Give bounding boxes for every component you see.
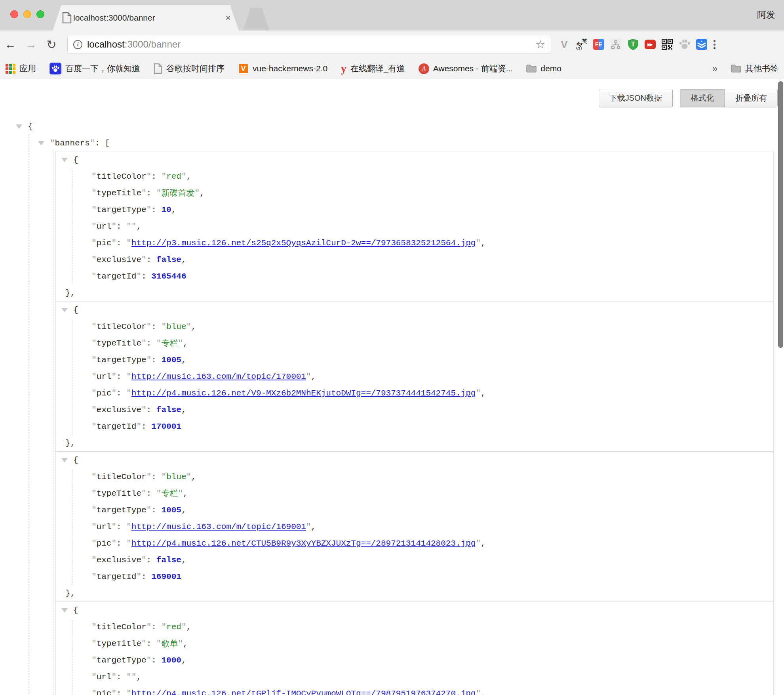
bookmark-folder-others[interactable]: 其他书签: [731, 63, 778, 74]
json-link-value[interactable]: http://p4.music.126.net/CTU5B9R9y3XyYBZX…: [131, 539, 476, 548]
json-field-row: "typeTitle": "歌单",: [56, 635, 773, 652]
json-field-row: "exclusive": false,: [56, 401, 773, 418]
json-array-item-box: {"titleColor": "blue","typeTitle": "专栏",…: [55, 301, 774, 452]
json-array-item-box: {"titleColor": "red","typeTitle": "新碟首发"…: [55, 151, 774, 302]
json-link-value[interactable]: http://music.163.com/m/topic/170001: [131, 372, 306, 381]
bookmark-google-sort[interactable]: 谷歌按时间排序: [154, 63, 225, 74]
bookmark-label: 百度一下，你就知道: [65, 63, 140, 74]
bookmark-label: 在线翻译_有道: [350, 63, 405, 74]
apps-grid-icon: [6, 64, 15, 74]
json-field-row: "titleColor": "red",: [56, 619, 773, 635]
json-string-value: 专栏: [161, 338, 178, 349]
close-window-button[interactable]: [10, 10, 18, 18]
json-object-close-row: },: [56, 284, 773, 301]
bookmark-awesomes[interactable]: A Awesomes - 前端资...: [419, 63, 513, 74]
json-object-open-row: {: [56, 151, 773, 168]
minimize-window-button[interactable]: [23, 10, 31, 18]
json-object-open-row: {: [56, 452, 773, 468]
json-link-value[interactable]: http://music.163.com/m/topic/169001: [131, 522, 306, 531]
bookmark-label: demo: [540, 64, 561, 73]
folder-icon: [731, 65, 741, 73]
view-mode-group: 格式化 折叠所有: [680, 89, 778, 107]
profile-name[interactable]: 阿发: [757, 9, 775, 21]
json-number-value: 1000: [161, 656, 181, 665]
extensions-row: V ⇄英en FE T ▶▶: [558, 38, 707, 50]
expand-triangle-icon[interactable]: [38, 141, 44, 145]
bookmark-folder-demo[interactable]: demo: [526, 64, 561, 73]
json-number-value: 170001: [151, 422, 181, 431]
zoom-window-button[interactable]: [36, 10, 44, 18]
bookmarks-overflow-chevron-icon[interactable]: »: [712, 63, 717, 74]
vue-v-icon: V: [238, 63, 249, 74]
folder-icon: [526, 65, 537, 73]
json-tree: {"banners": [{"titleColor": "red","typeT…: [0, 118, 784, 695]
sitemap-extension-icon[interactable]: [610, 38, 622, 50]
forward-button[interactable]: →: [21, 38, 41, 51]
tab-close-icon[interactable]: ×: [225, 13, 231, 23]
json-field-row: "pic": "http://p3.music.126.net/s25q2x5Q…: [56, 235, 773, 251]
json-string-value: blue: [166, 322, 186, 331]
video-speed-icon[interactable]: ▶▶: [645, 40, 656, 49]
address-bar[interactable]: i localhost:3000/banner ☆: [67, 35, 551, 54]
json-link-value[interactable]: http://p3.music.126.net/s25q2x5QyqsAzilC…: [131, 239, 476, 248]
json-field-row: "url": "http://music.163.com/m/topic/170…: [56, 368, 773, 385]
expand-triangle-icon[interactable]: [61, 308, 68, 312]
json-field-row: "typeTitle": "新碟首发",: [56, 185, 773, 201]
download-json-button[interactable]: 下载JSON数据: [599, 89, 673, 107]
json-field-row: "url": "",: [56, 218, 773, 235]
json-number-value: 10: [161, 205, 171, 214]
expand-triangle-icon[interactable]: [61, 158, 68, 162]
collapse-all-button[interactable]: 折叠所有: [725, 89, 777, 107]
baidu-paw-icon: [49, 63, 61, 74]
tampermonkey-shield-icon[interactable]: T: [627, 38, 639, 50]
json-string-value: blue: [166, 472, 186, 481]
json-field-row: "url": "http://music.163.com/m/topic/169…: [56, 518, 773, 535]
qrcode-extension-icon[interactable]: [661, 38, 673, 50]
download-manager-icon[interactable]: [696, 39, 707, 50]
bookmark-vue-hackernews[interactable]: V vue-hackernews-2.0: [238, 63, 327, 74]
vertical-scrollbar[interactable]: [778, 81, 783, 348]
json-link-value[interactable]: http://p4.music.126.net/tGPljf-IMOCyPvum…: [131, 689, 476, 695]
page-info-icon[interactable]: i: [73, 40, 82, 49]
page-favicon-icon: [62, 12, 72, 23]
expand-triangle-icon[interactable]: [16, 124, 22, 129]
bookmark-youdao-translate[interactable]: y 在线翻译_有道: [341, 62, 405, 75]
browser-window: localhost:3000/banner × 阿发 ← → ↻ i local…: [0, 0, 784, 695]
new-tab-button[interactable]: [243, 8, 269, 31]
json-field-row: "pic": "http://p4.music.126.net/V9-MXz6b…: [56, 385, 773, 401]
json-field-row: "exclusive": false,: [56, 552, 773, 568]
back-button[interactable]: ←: [0, 38, 21, 51]
json-field-row: "targetType": 1005,: [56, 502, 773, 518]
json-number-value: 3165446: [151, 272, 186, 281]
browser-menu-icon[interactable]: [714, 40, 715, 49]
json-field-row: "targetType": 10,: [56, 201, 773, 218]
json-number-value: 1005: [161, 506, 181, 515]
json-object-close-row: },: [56, 435, 773, 451]
json-array-item-box: {"titleColor": "blue","typeTitle": "专栏",…: [55, 451, 774, 602]
json-object-close-row: },: [56, 585, 773, 601]
reload-button[interactable]: ↻: [41, 38, 62, 52]
json-field-row: "targetId": 3165446: [56, 268, 773, 284]
json-field-row: "pic": "http://p4.music.126.net/CTU5B9R9…: [56, 535, 773, 552]
bookmark-baidu[interactable]: 百度一下，你就知道: [49, 63, 140, 74]
bookmark-apps[interactable]: 应用: [6, 63, 36, 74]
expand-triangle-icon[interactable]: [61, 608, 68, 613]
json-boolean-value: false: [156, 255, 181, 264]
bookmark-label: vue-hackernews-2.0: [253, 64, 327, 73]
fe-extension-icon[interactable]: FE: [593, 39, 604, 50]
expand-triangle-icon[interactable]: [61, 458, 68, 462]
bookmark-star-icon[interactable]: ☆: [535, 38, 545, 51]
json-link-value[interactable]: http://p4.music.126.net/V9-MXz6b2MNhEKju…: [131, 389, 476, 398]
json-field-row: "targetId": 169001: [56, 568, 773, 585]
format-button[interactable]: 格式化: [680, 89, 725, 107]
bookmark-label: 其他书签: [745, 63, 778, 74]
paw-extension-icon[interactable]: [679, 38, 691, 50]
window-controls: [10, 10, 44, 18]
browser-tab[interactable]: localhost:3000/banner ×: [53, 5, 239, 31]
translate-extension-icon[interactable]: ⇄英en: [576, 38, 588, 50]
json-field-row: "typeTitle": "专栏",: [56, 335, 773, 351]
json-field-row: "typeTitle": "专栏",: [56, 485, 773, 502]
json-boolean-value: false: [156, 556, 181, 565]
vue-devtools-icon[interactable]: V: [558, 38, 570, 50]
json-field-row: "titleColor": "red",: [56, 168, 773, 185]
